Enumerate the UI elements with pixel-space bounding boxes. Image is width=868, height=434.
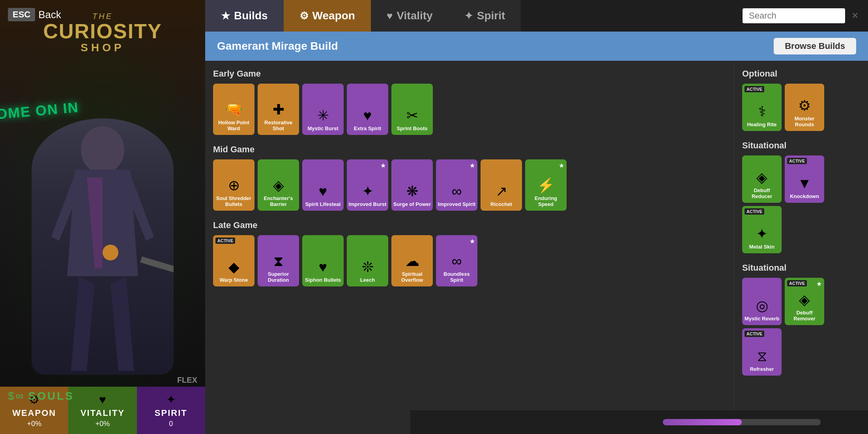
boundless-spirit-icon: ∞: [452, 253, 462, 269]
item-leech[interactable]: ❊ Leech: [347, 235, 388, 286]
ricochet-name: Ricochet: [489, 201, 514, 208]
mystic-reverb-icon: ◎: [756, 297, 768, 314]
right-sidebar: Optional ACTIVE ⚕ Healing Rite ⚙ Monster…: [734, 61, 868, 434]
item-sprint-boots[interactable]: ✂ Sprint Boots: [391, 84, 433, 135]
item-soul-shredder[interactable]: ⊕ Soul Shredder Bullets: [213, 159, 254, 211]
knockdown-active-tag: ACTIVE: [787, 158, 807, 164]
progress-bar-container: [663, 419, 821, 425]
early-game-section: Early Game 🔫 Hollow Point Ward ✚ Restora…: [213, 69, 726, 135]
healing-rite-icon: ⚕: [758, 103, 766, 120]
bottom-bar: [410, 410, 868, 434]
spirit-stat: ✦ SPIRIT 0: [137, 387, 205, 434]
item-improved-spirit[interactable]: ★ ∞ Improved Spirit: [436, 159, 477, 211]
weapon-tab-icon: ⚙: [299, 10, 309, 22]
mystic-burst-icon: ✳: [317, 107, 329, 124]
character-silhouette: [32, 118, 174, 375]
souls-label: SOULS: [28, 390, 74, 402]
search-area: ✕: [743, 0, 868, 32]
late-game-items: ACTIVE ◆ Warp Stone ⧗ Superior Duration …: [213, 235, 726, 286]
builds-icon: ★: [221, 10, 230, 22]
enduring-speed-star: ★: [559, 162, 564, 169]
item-refresher[interactable]: ACTIVE ⧖ Refresher: [742, 328, 782, 376]
item-monster-rounds[interactable]: ⚙ Monster Rounds: [785, 84, 824, 131]
soul-shredder-icon: ⊕: [228, 177, 240, 194]
warp-stone-active-tag: ACTIVE: [215, 238, 235, 244]
knockdown-name: Knockdown: [788, 193, 821, 200]
early-game-items: 🔫 Hollow Point Ward ✚ Restorative Shot ✳…: [213, 84, 726, 135]
healing-rite-name: Healing Rite: [745, 122, 778, 128]
spirit-tab-icon: ✦: [464, 10, 473, 22]
optional-title: Optional: [742, 69, 860, 79]
esc-button[interactable]: ESC: [8, 8, 35, 21]
surge-power-icon: ❋: [406, 183, 418, 200]
tab-weapon[interactable]: ⚙ Weapon: [284, 0, 371, 32]
search-input[interactable]: [743, 8, 845, 23]
item-enchanters-barrier[interactable]: ◈ Enchanter's Barrier: [258, 159, 299, 211]
vitality-stat: ♥ VITALITY +0%: [68, 387, 137, 434]
item-mystic-burst[interactable]: ✳ Mystic Burst: [302, 84, 344, 135]
spiritual-overflow-name: Spiritual Overflow: [391, 271, 433, 283]
item-extra-spirit[interactable]: ♥ Extra Spirit: [347, 84, 388, 135]
tab-spirit[interactable]: ✦ Spirit: [449, 0, 521, 32]
metal-skin-active-tag: ACTIVE: [745, 208, 764, 215]
weapon-value: +0%: [27, 420, 41, 428]
debuff-reducer-name: Debuff Reducer: [742, 187, 782, 200]
browse-builds-button[interactable]: Browse Builds: [774, 38, 856, 54]
search-clear-button[interactable]: ✕: [848, 9, 862, 22]
item-knockdown[interactable]: ACTIVE ▼ Knockdown: [785, 155, 824, 203]
item-mystic-reverb[interactable]: ◎ Mystic Reverb: [742, 278, 782, 325]
spirit-lifesteal-icon: ♥: [319, 183, 327, 200]
debuff-remover-name: Debuff Remover: [785, 310, 824, 322]
tab-vitality[interactable]: ♥ Vitality: [371, 0, 449, 32]
item-debuff-remover[interactable]: ACTIVE ★ ◈ Debuff Remover: [785, 278, 824, 325]
knockdown-icon: ▼: [797, 175, 812, 192]
warp-stone-icon: ◆: [228, 259, 239, 275]
item-siphon-bullets[interactable]: ♥ Siphon Bullets: [302, 235, 344, 286]
improved-burst-star: ★: [380, 162, 386, 169]
item-enduring-speed[interactable]: ★ ⚡ Enduring Speed: [525, 159, 567, 211]
item-spiritual-overflow[interactable]: ☁ Spiritual Overflow: [391, 235, 433, 286]
souls-icons: $ ∞: [8, 390, 24, 402]
mystic-reverb-name: Mystic Reverb: [743, 316, 781, 322]
item-warp-stone[interactable]: ACTIVE ◆ Warp Stone: [213, 235, 254, 286]
item-healing-rite[interactable]: ACTIVE ⚕ Healing Rite: [742, 84, 782, 131]
spirit-icon: ✦: [166, 393, 176, 406]
item-restorative-shot[interactable]: ✚ Restorative Shot: [258, 84, 299, 135]
improved-spirit-icon: ∞: [452, 183, 462, 200]
late-game-section: Late Game ACTIVE ◆ Warp Stone ⧗ Superior…: [213, 220, 726, 286]
item-debuff-reducer[interactable]: ◈ Debuff Reducer: [742, 155, 782, 203]
spiritual-overflow-icon: ☁: [405, 253, 419, 269]
improved-burst-icon: ✦: [362, 183, 374, 200]
optional-section: Optional ACTIVE ⚕ Healing Rite ⚙ Monster…: [742, 69, 860, 131]
metal-skin-name: Metal Skin: [748, 244, 776, 250]
enduring-speed-icon: ⚡: [537, 177, 555, 194]
tab-weapon-label: Weapon: [312, 9, 355, 22]
hollow-point-ward-icon: 🔫: [225, 101, 243, 118]
item-spirit-lifesteal[interactable]: ♥ Spirit Lifesteal: [302, 159, 344, 211]
item-metal-skin[interactable]: ACTIVE ✦ Metal Skin: [742, 206, 782, 253]
item-superior-duration[interactable]: ⧗ Superior Duration: [258, 235, 299, 286]
shop-label: SHOP: [43, 41, 162, 54]
early-game-title: Early Game: [213, 69, 726, 79]
mid-game-items: ⊕ Soul Shredder Bullets ◈ Enchanter's Ba…: [213, 159, 726, 211]
vitality-tab-icon: ♥: [387, 10, 393, 22]
enchanters-barrier-icon: ◈: [273, 177, 284, 194]
spirit-label: SPIRIT: [155, 408, 187, 418]
shop-logo: THE CURIOSITY SHOP: [43, 12, 162, 54]
spirit-value: 0: [169, 420, 173, 428]
tab-builds[interactable]: ★ Builds: [205, 0, 284, 32]
item-ricochet[interactable]: ↗ Ricochet: [481, 159, 522, 211]
item-boundless-spirit[interactable]: ★ ∞ Boundless Spirit: [436, 235, 477, 286]
item-surge-power[interactable]: ❋ Surge of Power: [391, 159, 433, 211]
svg-point-1: [103, 245, 118, 260]
item-improved-burst[interactable]: ★ ✦ Improved Burst: [347, 159, 388, 211]
situational-section-1: Situational ◈ Debuff Reducer ACTIVE ▼ Kn…: [742, 140, 860, 253]
debuff-remover-icon: ◈: [799, 292, 810, 308]
item-hollow-point-ward[interactable]: 🔫 Hollow Point Ward: [213, 84, 254, 135]
progress-bar-fill: [663, 419, 742, 425]
superior-duration-name: Superior Duration: [258, 271, 299, 283]
spirit-lifesteal-name: Spirit Lifesteal: [304, 201, 342, 208]
restorative-shot-icon: ✚: [273, 101, 284, 118]
boundless-spirit-star: ★: [470, 238, 475, 245]
refresher-active-tag: ACTIVE: [745, 331, 764, 337]
